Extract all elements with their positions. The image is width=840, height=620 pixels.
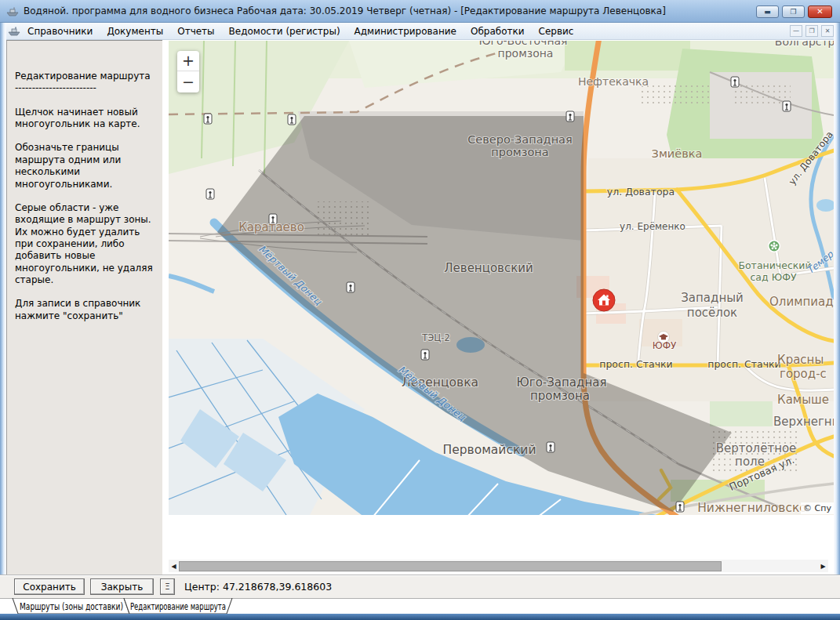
map-label: ТЭЦ-2 <box>421 332 449 343</box>
map-center-coordinates: Центр: 47.218678,39.618603 <box>184 581 332 593</box>
scroll-left-arrow-icon[interactable]: ◀ <box>169 560 179 572</box>
child-restore-button[interactable]: ❐ <box>805 25 818 37</box>
map-label: Юго-Восточная <box>478 41 567 47</box>
map-label: Северо-Западная <box>467 133 572 146</box>
tab-routes-label: Маршруты (зоны доставки) <box>20 601 123 612</box>
map-image[interactable]: Юго-ВосточнаяпромзонаВолгарстройНефтекач… <box>169 41 834 515</box>
map-label: Левенцовский <box>444 261 533 275</box>
close-form-button[interactable]: Закрыть <box>90 578 154 595</box>
map-label: Нефтекачка <box>578 75 649 88</box>
window-title: Водяной. программа для водного бизнеса Р… <box>24 5 666 16</box>
map-label: Верхнегнил <box>773 415 834 429</box>
child-minimize-button[interactable]: — <box>790 25 802 37</box>
close-icon: ✕ <box>816 8 823 16</box>
map-label: Камыше <box>777 393 829 407</box>
instructions-title: Редактирование маршрута <box>15 71 153 82</box>
map-label: Каратаево <box>238 220 304 234</box>
map-zoom-control: + − <box>177 51 199 92</box>
menu-item-documents[interactable]: Документы <box>100 24 170 38</box>
map-label: просп. Стачки <box>599 358 672 370</box>
map-label: Змиёвка <box>652 147 703 160</box>
scrollbar-thumb[interactable] <box>179 561 722 571</box>
window-border-right <box>834 23 840 614</box>
map-label: ул. Доватора <box>607 186 675 198</box>
app-icon <box>6 6 19 16</box>
restore-button[interactable]: ❐ <box>782 5 805 18</box>
menu-app-icon <box>8 26 20 36</box>
instructions-paragraph: Обозначьте границы маршрута одним или не… <box>15 142 153 190</box>
menu-item-directories[interactable]: Справочники <box>20 24 100 38</box>
map-label: сад ЮФУ <box>750 271 796 283</box>
map-label: Волгарстрой <box>775 41 834 48</box>
scroll-right-arrow-icon[interactable]: ▶ <box>818 560 828 572</box>
map-label: промзона <box>498 47 554 60</box>
child-close-button[interactable]: ✕ <box>821 25 834 37</box>
menu-item-administration[interactable]: Администрирование <box>347 24 464 38</box>
map-label: Ботанический <box>738 259 811 271</box>
zoom-out-button[interactable]: − <box>177 71 199 92</box>
map-label: Нижнегниловско <box>697 501 807 515</box>
tab-route-editing[interactable]: Редактирование маршрута <box>124 598 232 614</box>
route-marker-icon[interactable] <box>593 289 615 311</box>
garden-icon <box>768 240 780 252</box>
map-label: Вертолётное <box>716 441 797 455</box>
map-label: город-с <box>780 367 827 381</box>
list-menu-button[interactable]: Ξ <box>160 578 175 595</box>
menu-item-processing[interactable]: Обработки <box>464 24 532 38</box>
child-minimize-icon: — <box>793 28 799 34</box>
instructions-divider: ------------------------ <box>15 82 153 94</box>
map-canvas[interactable]: Юго-ВосточнаяпромзонаВолгарстройНефтекач… <box>169 41 834 559</box>
window-border-left <box>0 23 6 614</box>
minimize-icon: ▬ <box>764 9 771 16</box>
window-border-bottom <box>0 614 840 620</box>
bottom-toolbar: Сохранить Закрыть Ξ Центр: 47.218678,39.… <box>0 575 840 598</box>
child-restore-icon: ❐ <box>809 28 814 34</box>
map-label: ЮФУ <box>653 340 677 351</box>
child-close-icon: ✕ <box>825 28 831 34</box>
zoom-in-button[interactable]: + <box>177 51 199 71</box>
map-label: промзона <box>530 389 590 403</box>
instructions-panel: Редактирование маршрута ----------------… <box>6 40 162 575</box>
menu-item-service[interactable]: Сервис <box>532 24 581 38</box>
app-window: Водяной. программа для водного бизнеса Р… <box>0 0 840 620</box>
menu-item-registers[interactable]: Ведомости (регистры) <box>222 24 347 38</box>
menu-item-reports[interactable]: Отчеты <box>170 24 221 38</box>
instructions-paragraph: Для записи в справочник нажмите "сохрани… <box>15 298 153 322</box>
map-label: Западный <box>681 291 744 305</box>
menu-bar: Справочники Документы Отчеты Ведомости (… <box>0 23 840 40</box>
close-button[interactable]: ✕ <box>808 5 832 18</box>
instructions-paragraph: Серые области - уже входящие в маршрут з… <box>15 202 153 287</box>
restore-icon: ❐ <box>790 9 796 16</box>
map-label: поле <box>735 455 765 469</box>
minimize-button[interactable]: ▬ <box>756 5 779 18</box>
instructions-paragraph: Щелчок начинает новый многоугольник на к… <box>15 107 153 131</box>
tab-route-editing-label: Редактирование маршрута <box>130 601 226 612</box>
map-label: Юго-Западная <box>517 375 607 390</box>
map-label: Красны <box>777 353 824 367</box>
title-bar: Водяной. программа для водного бизнеса Р… <box>0 0 840 23</box>
map-label: промзона <box>491 146 548 158</box>
map-label: Первомайский <box>443 443 536 457</box>
map-attribution: © Спу <box>801 502 834 514</box>
map-label: просп. Стачки <box>707 358 780 370</box>
tab-routes-list[interactable]: Маршруты (зоны доставки) <box>13 598 129 614</box>
save-button[interactable]: Сохранить <box>14 578 85 595</box>
map-label: посёлок <box>687 306 737 320</box>
horizontal-scrollbar[interactable]: ◀ ▶ <box>169 560 828 572</box>
map-label: ул. Ерёменко <box>620 221 685 232</box>
map-label: Олимпиадо <box>769 295 834 309</box>
bottom-tabs: Маршруты (зоны доставки) Редактирование … <box>0 598 840 614</box>
workspace: Редактирование маршрута ----------------… <box>6 40 834 575</box>
